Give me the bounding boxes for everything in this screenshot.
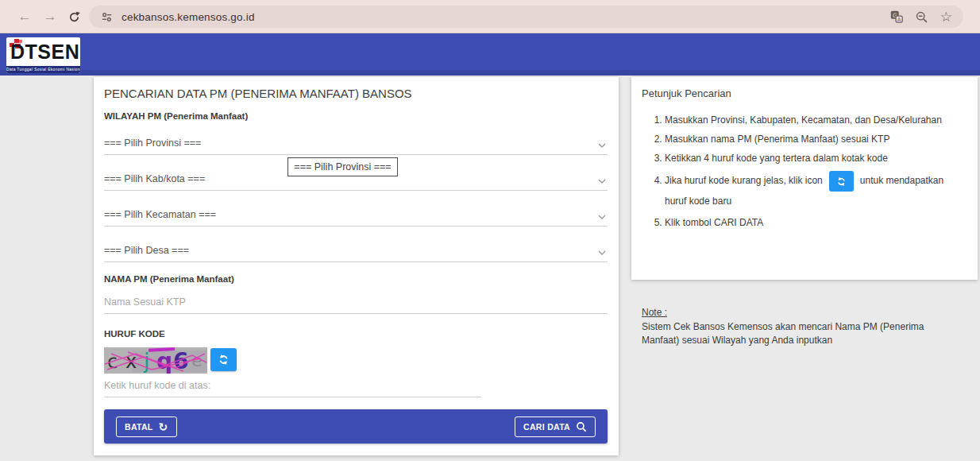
chevron-down-icon [598,250,606,256]
bookmark-star-icon[interactable]: ☆ [940,10,952,24]
site-settings-icon[interactable] [99,10,114,24]
captcha-code-input[interactable] [104,374,481,397]
select-desa-value: === Pilih Desa === [104,245,189,256]
page-title: PENCARIAN DATA PM (PENERIMA MANFAAT) BAN… [104,87,412,100]
select-desa[interactable]: === Pilih Desa === [104,240,608,262]
browser-back-button[interactable]: ← [14,6,35,27]
dtsen-logo[interactable]: DTSEN Data Tunggal Sosial Ekonomi Nasion… [6,37,80,73]
cari-data-button[interactable]: CARI DATA [515,416,596,437]
app-header: DTSEN Data Tunggal Sosial Ekonomi Nasion… [0,33,980,76]
refresh-icon [218,354,230,366]
select-kecamatan[interactable]: === Pilih Kecamatan === [104,204,608,227]
translate-icon[interactable]: G A [889,10,904,24]
browser-reload-button[interactable] [64,6,84,27]
zoom-out-icon[interactable] [915,10,929,24]
note-text: Sistem Cek Bansos Kemensos akan mencari … [642,320,953,347]
provinsi-dropdown-option[interactable]: === Pilih Provinsi === [287,157,398,176]
petunjuk-card: Petunjuk Pencarian Masukkan Provinsi, Ka… [631,77,978,280]
select-kabkota-value: === Pilih Kab/kota === [104,173,205,184]
petunjuk-step-4: Jika huruf kode kurang jelas, klik icon … [665,171,962,211]
inline-refresh-button[interactable] [829,171,854,192]
captcha-image: c x j q 6 e [104,347,207,374]
select-provinsi-value: === Pilih Provinsi === [104,138,201,149]
petunjuk-steps: Masukkan Provinsi, Kabupaten, Kecamatan,… [650,114,962,235]
refresh-icon [836,176,847,187]
svg-text:A: A [897,17,901,23]
reload-icon [68,10,81,24]
logo-title: DTSEN [10,42,79,62]
petunjuk-step-4-before: Jika huruf kode kurang jelas, klik icon [665,175,823,186]
petunjuk-step-1: Masukkan Provinsi, Kabupaten, Kecamatan,… [665,114,962,127]
search-icon [576,421,587,432]
captcha-refresh-button[interactable] [210,348,237,371]
chevron-down-icon [598,214,606,220]
chevron-down-icon [598,178,606,184]
note-label: Note : [642,307,667,318]
batal-label: BATAL [125,422,153,432]
form-action-bar: BATAL ↻ CARI DATA [104,409,608,444]
search-form-card: PENCARIAN DATA PM (PENERIMA MANFAAT) BAN… [94,77,619,455]
nama-section-label: NAMA PM (Penerima Manfaat) [104,274,234,284]
select-kecamatan-value: === Pilih Kecamatan === [104,209,216,220]
batal-button[interactable]: BATAL ↻ [116,416,177,437]
petunjuk-step-3: Ketikkan 4 huruf kode yang tertera dalam… [665,152,962,165]
huruf-kode-section-label: HURUF KODE [104,329,165,339]
browser-forward-button[interactable]: → [40,6,60,27]
captcha-letter: q [156,348,172,374]
url-text[interactable]: cekbansos.kemensos.go.id [122,11,255,23]
header-bottom-strip [0,70,980,76]
cari-data-label: CARI DATA [523,422,570,432]
petunjuk-step-2: Masukkan nama PM (Penerima Manfaat) sesu… [665,133,962,146]
select-provinsi[interactable]: === Pilih Provinsi === [104,133,608,155]
address-bar[interactable]: cekbansos.kemensos.go.id G A ☆ [89,6,963,28]
logo-subtitle: Data Tunggal Sosial Ekonomi Nasional [6,66,80,73]
wilayah-section-label: WILAYAH PM (Penerima Manfaat) [104,111,248,121]
chevron-down-icon [598,142,606,149]
nama-pm-input[interactable] [104,290,608,314]
browser-toolbar: ← → cekbansos.kemensos.go.id G [0,0,980,33]
petunjuk-step-5: Klik tombol CARI DATA [665,216,962,230]
reset-icon: ↻ [159,421,168,432]
petunjuk-title: Petunjuk Pencarian [642,87,731,99]
